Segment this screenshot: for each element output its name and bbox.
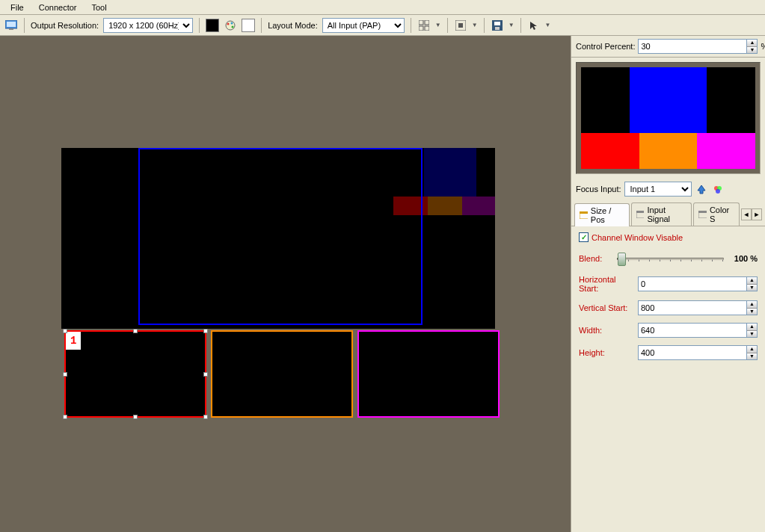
svg-point-21 xyxy=(716,189,720,194)
vstart-label: Vertical Start: xyxy=(579,303,633,312)
svg-point-6 xyxy=(232,25,234,28)
focus-input-select[interactable]: Input 1 xyxy=(624,182,692,197)
tab-size-pos[interactable]: Size / Pos xyxy=(574,203,630,226)
window-magenta[interactable] xyxy=(357,330,500,418)
svg-rect-7 xyxy=(419,20,423,25)
svg-point-3 xyxy=(226,21,235,30)
output-resolution-select[interactable]: 1920 x 1200 (60Hz) xyxy=(103,18,193,33)
svg-rect-25 xyxy=(636,211,645,213)
input-signal-tab-icon xyxy=(636,211,645,218)
control-percent-input[interactable] xyxy=(638,39,747,54)
control-percent-label: Control Percent: xyxy=(576,42,635,51)
rgb-icon[interactable] xyxy=(711,182,725,196)
svg-rect-14 xyxy=(494,22,500,25)
tab-scroll-right[interactable]: ► xyxy=(752,208,762,220)
svg-rect-27 xyxy=(698,211,707,213)
width-spinner[interactable]: ▲▼ xyxy=(747,323,758,338)
vstart-spinner[interactable]: ▲▼ xyxy=(747,300,758,315)
height-spinner[interactable]: ▲▼ xyxy=(747,345,758,360)
single-win-icon[interactable] xyxy=(454,19,467,32)
percent-sign: % xyxy=(761,42,765,51)
menu-file[interactable]: File xyxy=(3,1,31,13)
blend-value: 100 % xyxy=(734,254,758,263)
monitor-icon[interactable] xyxy=(4,19,18,32)
focus-input-label: Focus Input: xyxy=(576,185,621,194)
toolbar: Output Resolution: 1920 x 1200 (60Hz) La… xyxy=(0,15,765,36)
svg-rect-9 xyxy=(419,26,423,31)
menubar: File Connector Tool xyxy=(0,0,765,15)
window-orange[interactable] xyxy=(211,330,353,418)
output-resolution-label: Output Resolution: xyxy=(31,21,99,30)
layout-mode-label: Layout Mode: xyxy=(268,21,318,30)
svg-rect-8 xyxy=(425,20,429,25)
pointer-icon[interactable] xyxy=(527,19,541,32)
window-blue[interactable] xyxy=(138,148,423,325)
window-red-selected[interactable]: 1 xyxy=(64,330,206,418)
svg-rect-23 xyxy=(580,211,588,214)
width-input[interactable] xyxy=(638,323,747,338)
preview-thumbnail xyxy=(576,62,761,174)
height-label: Height: xyxy=(579,348,633,357)
color-swatch-white[interactable] xyxy=(242,19,255,32)
svg-point-4 xyxy=(227,22,230,25)
tab-strip: Size / Pos Input Signal Color S ◄ ► xyxy=(571,200,765,226)
blend-slider[interactable] xyxy=(617,250,724,267)
save-icon[interactable] xyxy=(491,19,504,32)
grid-icon[interactable] xyxy=(417,19,431,32)
svg-rect-15 xyxy=(495,27,500,30)
vstart-input[interactable] xyxy=(638,300,747,315)
channel-visible-checkbox[interactable]: ✓ xyxy=(579,232,589,242)
blend-label: Blend: xyxy=(579,254,612,263)
svg-rect-1 xyxy=(7,22,16,27)
svg-rect-10 xyxy=(425,26,429,31)
canvas-area[interactable]: 1 xyxy=(0,36,571,532)
channel-visible-label: Channel Window Visable xyxy=(592,233,683,242)
hstart-spinner[interactable]: ▲▼ xyxy=(747,276,758,291)
control-percent-spinner[interactable]: ▲▼ xyxy=(747,39,758,54)
svg-point-5 xyxy=(231,22,233,24)
svg-rect-12 xyxy=(458,23,463,28)
tab-body-size-pos: ✓ Channel Window Visable Blend: 100 % Ho… xyxy=(571,226,765,532)
width-label: Width: xyxy=(579,326,633,335)
color-swatch-black[interactable] xyxy=(206,19,219,32)
tab-input-signal[interactable]: Input Signal xyxy=(631,202,692,226)
tab-scroll-left[interactable]: ◄ xyxy=(741,208,752,220)
arrow-up-icon[interactable] xyxy=(695,182,708,196)
hstart-input[interactable] xyxy=(638,276,747,291)
dim-blue-block xyxy=(424,148,476,197)
svg-rect-2 xyxy=(9,28,13,30)
layout-mode-select[interactable]: All Input (PAP) xyxy=(322,18,405,33)
color-tab-icon xyxy=(698,211,707,218)
height-input[interactable] xyxy=(638,345,747,360)
tab-color[interactable]: Color S xyxy=(693,202,740,226)
window-label: 1 xyxy=(66,332,81,350)
dim-orange-block xyxy=(428,197,462,215)
size-pos-tab-icon xyxy=(580,211,588,219)
menu-tool[interactable]: Tool xyxy=(85,1,114,13)
side-panel: Control Percent: ▲▼ % Focus Input: xyxy=(571,36,765,532)
dim-magenta-block xyxy=(462,197,495,215)
palette-icon[interactable] xyxy=(224,19,237,32)
menu-connector[interactable]: Connector xyxy=(31,1,85,13)
hstart-label: Horizontal Start: xyxy=(579,275,633,293)
